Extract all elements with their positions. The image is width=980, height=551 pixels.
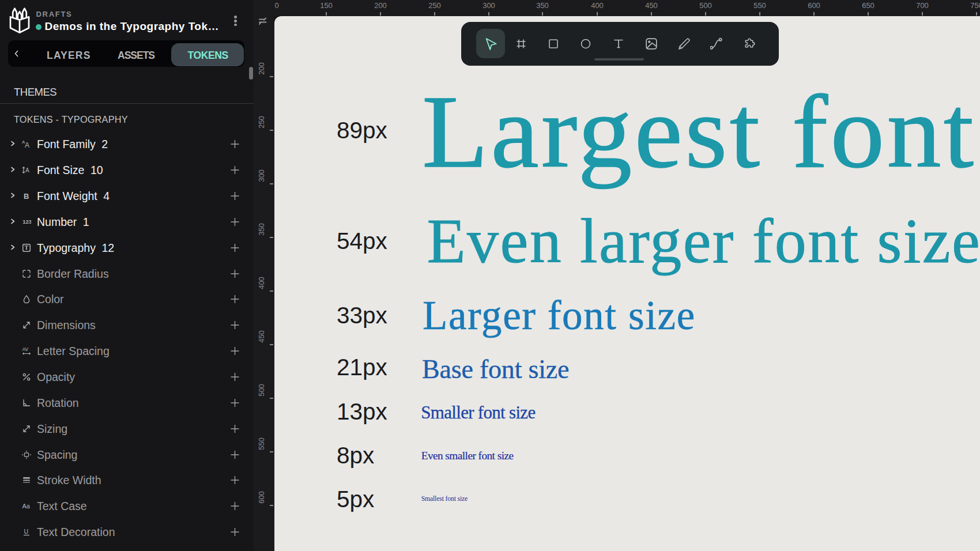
svg-text:U: U	[24, 528, 29, 535]
svg-text:Aa: Aa	[22, 503, 31, 510]
svg-text:A: A	[25, 141, 29, 149]
svg-text:T: T	[24, 244, 28, 251]
svg-text:B: B	[24, 192, 29, 201]
svg-text:123: 123	[22, 218, 31, 225]
svg-text:A: A	[25, 167, 29, 173]
svg-text:AV: AV	[22, 346, 29, 352]
